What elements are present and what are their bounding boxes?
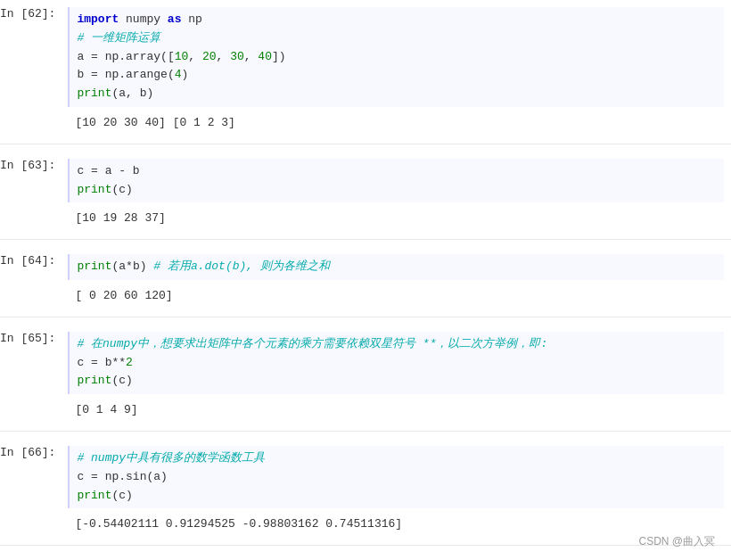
code-line: print(c) [77,181,717,200]
token-op: . [119,50,126,63]
code-block-66: # numpy中具有很多的数学函数工具c = np.sin(a)print(c) [68,446,724,508]
token-op: = [84,470,104,483]
token-op: = [84,68,104,81]
output-block-65: [0 1 4 9] [68,398,724,424]
token-op: ) [126,183,133,196]
cell-divider [0,432,731,439]
cell-num: [63]: [21,159,55,172]
in-label: In [0,7,21,21]
token-op: = [84,356,104,369]
code-line: a = np.array([10, 20, 30, 40]) [77,48,717,67]
token-comment: # 若用a.dot(b), 则为各维之和 [153,259,330,273]
cell-content-64: print(a*b) # 若用a.dot(b), 则为各维之和[ 0 20 60… [64,252,731,311]
code-line: print(a*b) # 若用a.dot(b), 则为各维之和 [77,258,717,276]
token-op: ([ [160,50,175,63]
token-number: 40 [258,50,272,63]
code-line: import numpy as np [77,11,717,29]
cell-content-63: c = a - bprint(c)[10 19 28 37] [64,157,731,234]
token-var: np [105,68,119,81]
cell-label-62: In [62]: [0,5,64,21]
output-text: [0 1 4 9] [75,403,137,416]
in-label: In [0,254,21,268]
token-kw: import [77,12,119,26]
watermark: CSDN @曲入冥 [638,534,715,549]
token-op: ) [182,68,189,81]
token-op: * [126,259,133,273]
notebook: In [62]:import numpy as np# 一维矩阵运算a = np… [0,0,731,546]
cell-64: In [64]:print(a*b) # 若用a.dot(b), 则为各维之和[… [0,247,731,317]
token-op: ) [146,86,153,100]
token-var: a [153,470,160,483]
token-op: , [217,50,231,63]
output-block-63: [10 19 28 37] [68,206,724,232]
token-op: , [126,86,140,100]
cell-66: In [66]:# numpy中具有很多的数学函数工具c = np.sin(a)… [0,439,731,546]
code-line: print(c) [77,372,717,391]
token-op: - [111,164,132,177]
code-line: b = np.arange(4) [77,66,717,85]
cell-label-66: In [66]: [0,444,64,459]
token-op: , [188,50,202,63]
in-label: In [0,159,21,172]
token-op: ]) [272,50,286,63]
token-builtin: print [77,259,111,273]
token-op: ) [160,470,168,483]
code-line: # 一维矩阵运算 [77,29,717,48]
token-var: c [119,374,126,387]
token-op: = [84,164,104,177]
code-line: # 在numpy中，想要求出矩阵中各个元素的乘方需要依赖双星符号 **，以二次方… [77,335,717,354]
token-var: c [119,183,126,196]
token-number: 30 [230,50,244,63]
code-block-64: print(a*b) # 若用a.dot(b), 则为各维之和 [68,254,724,280]
token-op: ) [126,489,133,502]
code-block-62: import numpy as np# 一维矩阵运算a = np.array([… [68,7,724,107]
output-text: [10 19 28 37] [75,211,165,225]
output-text: [ 0 20 60 120] [75,289,172,302]
token-op: ) [126,374,133,387]
token-builtin: print [77,489,111,502]
token-number: 2 [126,356,133,369]
token-op: . [119,470,126,483]
token-func: sin [126,470,146,483]
output-block-66: [-0.54402111 0.91294525 -0.98803162 0.74… [68,512,724,538]
token-var: np [181,12,201,26]
token-var: a [119,86,126,100]
code-line: print(a, b) [77,85,717,103]
cell-divider [0,317,731,325]
token-comment: # 一维矩阵运算 [77,31,160,45]
output-text: [-0.54402111 0.91294525 -0.98803162 0.74… [75,517,402,531]
code-line: c = a - b [77,162,717,181]
token-kw: as [168,12,182,26]
token-builtin: print [77,86,111,100]
cell-content-65: # 在numpy中，想要求出矩阵中各个元素的乘方需要依赖双星符号 **，以二次方… [64,330,731,425]
token-var: numpy [119,12,168,26]
cell-divider [0,144,731,152]
cell-label-64: In [64]: [0,252,64,268]
token-op: , [244,50,259,63]
cell-label-63: In [63]: [0,157,64,172]
output-block-62: [10 20 30 40] [0 1 2 3] [68,111,724,136]
cell-65: In [65]:# 在numpy中，想要求出矩阵中各个元素的乘方需要依赖双星符号… [0,325,731,432]
token-comment: # 在numpy中，想要求出矩阵中各个元素的乘方需要依赖双星符号 **，以二次方… [77,337,547,350]
cell-num: [66]: [21,446,55,459]
cell-content-66: # numpy中具有很多的数学函数工具c = np.sin(a)print(c)… [64,444,731,539]
token-op: = [84,50,104,63]
token-op: ( [168,68,175,81]
token-op: . [119,68,126,81]
token-var: c [119,489,126,502]
token-number: 20 [202,50,217,63]
token-number: 10 [175,50,189,63]
in-label: In [0,446,21,459]
token-number: 4 [175,68,182,81]
cell-content-62: import numpy as np# 一维矩阵运算a = np.array([… [64,5,731,138]
token-var: b [133,164,140,177]
token-var: a [119,259,126,273]
code-line: print(c) [77,487,717,506]
cell-num: [62]: [21,7,55,21]
code-block-65: # 在numpy中，想要求出矩阵中各个元素的乘方需要依赖双星符号 **，以二次方… [68,332,724,394]
token-var: b [133,259,140,273]
token-func: arange [126,68,168,81]
token-builtin: print [77,183,111,196]
cell-label-65: In [65]: [0,330,64,345]
code-block-63: c = a - bprint(c) [68,159,724,203]
